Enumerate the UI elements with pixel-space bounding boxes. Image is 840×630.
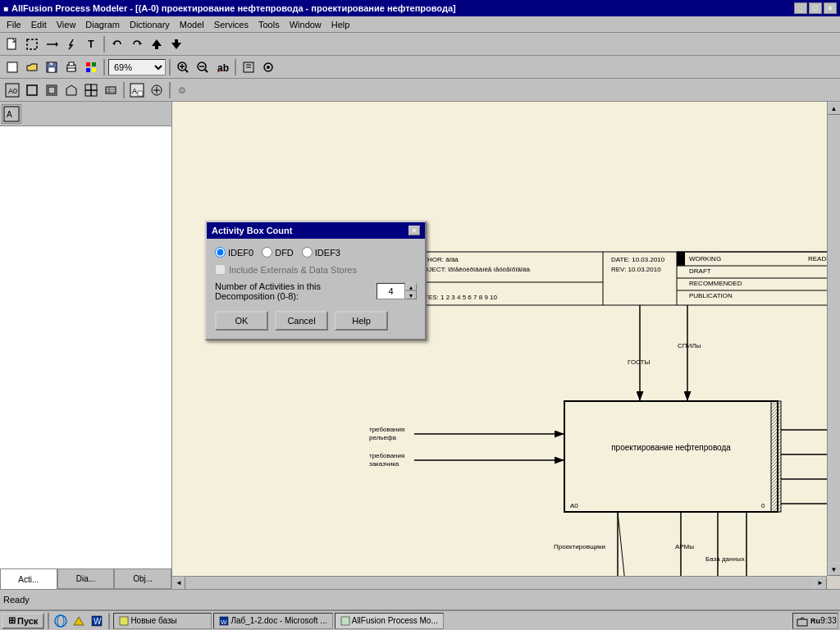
arrow-button[interactable] (43, 35, 61, 53)
quick-launch-explorer[interactable] (71, 613, 87, 629)
svg-text:A: A (132, 87, 137, 95)
undo-button[interactable] (108, 35, 126, 53)
sidebar-tab-diagrams[interactable]: Dia... (57, 568, 115, 589)
quick-launch-ie[interactable] (52, 613, 69, 629)
close-button[interactable]: × (824, 2, 837, 14)
svg-rect-37 (27, 85, 37, 95)
menu-tools[interactable]: Tools (253, 18, 285, 31)
scroll-down-button[interactable]: ▼ (828, 563, 841, 576)
tool3-6[interactable]: A (128, 81, 146, 99)
toolbar-separator (103, 36, 105, 52)
cancel-button[interactable]: Cancel (275, 311, 328, 331)
text-button[interactable]: T (82, 35, 100, 53)
menu-help[interactable]: Help (326, 18, 355, 31)
svg-point-58 (55, 615, 66, 627)
toolbar2-separator2 (169, 59, 171, 75)
tool3-3[interactable] (62, 81, 80, 99)
svg-marker-3 (56, 42, 58, 47)
color-button[interactable] (82, 58, 100, 76)
num-input[interactable] (377, 283, 405, 299)
menu-model[interactable]: Model (175, 18, 209, 31)
title-bar: ■ AllFusion Process Modeler - [(A-0) про… (0, 0, 840, 16)
sidebar-content (0, 126, 171, 568)
scroll-right[interactable]: ▲ ▼ (827, 102, 840, 576)
quick-launch-word[interactable]: W (89, 613, 105, 629)
sidebar-tab-activities[interactable]: Acti... (0, 568, 57, 589)
mode-button[interactable]: A0 (3, 81, 21, 99)
radio-dfd[interactable]: DFD (262, 247, 294, 258)
restore-button[interactable]: □ (809, 2, 822, 14)
down-arrow-button[interactable] (167, 35, 185, 53)
svg-rect-66 (797, 619, 807, 626)
sidebar-tab-objects[interactable]: Obj... (114, 568, 171, 589)
format-button[interactable] (240, 58, 258, 76)
menu-window[interactable]: Window (285, 18, 326, 31)
scroll-up-button[interactable]: ▲ (828, 102, 841, 115)
print-button[interactable] (62, 58, 80, 76)
mech-v1b (618, 512, 628, 576)
start-button[interactable]: ⊞ Пуск (2, 613, 44, 629)
menu-bar: File Edit View Diagram Dictionary Model … (0, 16, 840, 33)
menu-diagram[interactable]: Diagram (80, 18, 125, 31)
svg-point-34 (267, 66, 270, 69)
svg-rect-39 (48, 87, 55, 94)
up-arrow-button[interactable] (148, 35, 166, 53)
dialog-close-button[interactable]: × (409, 226, 420, 235)
toolbar-1: T (0, 33, 840, 56)
number-row: Number of Activities in this Decompositi… (215, 281, 417, 301)
scroll-right-button[interactable]: ► (814, 577, 827, 590)
new-button[interactable] (3, 35, 21, 53)
spell-button[interactable]: ab✓ (213, 58, 231, 76)
zoom-select[interactable]: 69% 50% 75% 100% (108, 59, 166, 75)
working-box (677, 252, 685, 266)
spin-down-button[interactable]: ▼ (405, 291, 417, 299)
help-button[interactable]: Help (335, 311, 388, 331)
menu-edit[interactable]: Edit (26, 18, 52, 31)
main-idef-box[interactable] (564, 401, 778, 512)
view-button[interactable] (259, 58, 277, 76)
svg-text:A0: A0 (8, 87, 17, 95)
open-button[interactable] (23, 58, 41, 76)
toolbar2-separator (103, 59, 105, 75)
tray-network-icon (797, 615, 808, 627)
tool3-8[interactable]: ⚙ (174, 81, 192, 99)
menu-services[interactable]: Services (209, 18, 253, 31)
select-button[interactable] (23, 35, 41, 53)
dialog-title-text: Activity Box Count (212, 226, 292, 235)
ok-button[interactable]: OK (215, 311, 268, 331)
start-icon: ⊞ (8, 615, 16, 626)
tool3-5[interactable] (102, 81, 120, 99)
tool3-4[interactable] (82, 81, 100, 99)
menu-dictionary[interactable]: Dictionary (125, 18, 175, 31)
taskbar-allfusion[interactable]: AllFusion Process Mo... (335, 613, 444, 629)
svg-rect-12 (48, 67, 55, 72)
svg-rect-40 (85, 84, 91, 90)
lightning-button[interactable] (62, 35, 80, 53)
mech-label2: АРМы (675, 543, 694, 550)
svg-rect-1 (27, 39, 37, 49)
taskbar-novye-bazy[interactable]: Новые базы (113, 613, 212, 629)
tool3-7[interactable] (148, 81, 166, 99)
new2-button[interactable] (3, 58, 21, 76)
radio-idef3[interactable]: IDEF3 (302, 247, 340, 258)
menu-view[interactable]: View (52, 18, 81, 31)
tool3-2[interactable] (43, 81, 61, 99)
zoom-in-button[interactable] (174, 58, 192, 76)
tool3-1[interactable] (23, 81, 41, 99)
radio-idef0[interactable]: IDEF0 (215, 247, 253, 258)
minimize-button[interactable]: _ (794, 2, 807, 14)
scroll-left-button[interactable]: ◄ (172, 577, 185, 590)
main-box-text: проектирование нефтепровода (611, 443, 731, 452)
menu-file[interactable]: File (2, 18, 26, 31)
toolbar-3: A0 A ⚙ (0, 79, 840, 102)
taskbar-word-doc[interactable]: W Лаб_1-2.doc - Microsoft ... (213, 613, 332, 629)
num-input-wrap: ▲ ▼ (377, 283, 417, 299)
spin-up-button[interactable]: ▲ (405, 283, 417, 291)
zoom-out-button[interactable] (194, 58, 212, 76)
save-button[interactable] (43, 58, 61, 76)
title-bar-controls[interactable]: _ □ × (794, 2, 837, 14)
scroll-bottom[interactable]: ◄ ► (172, 576, 827, 589)
externals-checkbox[interactable] (215, 264, 226, 275)
project-text: PROJECT: ïðîåêòèðîâàíèå íåôòåïðîâîäà (414, 266, 531, 273)
redo-button[interactable] (128, 35, 146, 53)
